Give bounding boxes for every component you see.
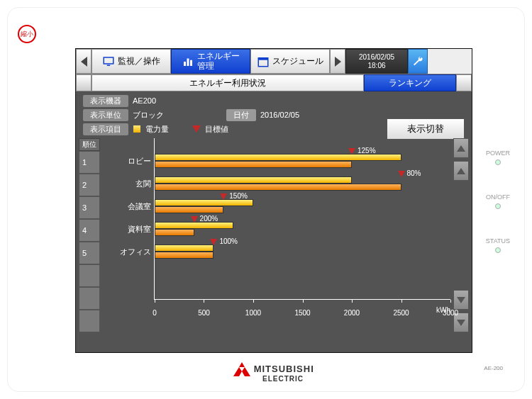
date-label: 日付 bbox=[226, 109, 256, 121]
mitsubishi-icon bbox=[233, 362, 250, 376]
brand-name-2: ELECTRIC bbox=[94, 375, 472, 383]
category-label: ロビー bbox=[100, 150, 154, 172]
tab-schedule-label: スケジュール bbox=[272, 55, 323, 67]
tab-energy[interactable]: エネルギー管理 bbox=[171, 49, 250, 74]
tab-monitor[interactable]: 監視／操作 bbox=[92, 49, 171, 74]
category-label bbox=[100, 263, 154, 286]
power-bar bbox=[155, 176, 352, 184]
sub-nav: エネルギー利用状況 ランキング bbox=[76, 74, 472, 91]
subtab-ranking[interactable]: ランキング bbox=[364, 74, 456, 91]
clock: 2016/02/05 18:06 bbox=[345, 49, 408, 74]
device-label: 表示機器 bbox=[83, 95, 128, 107]
bar-row: 150% bbox=[155, 195, 450, 218]
target-bar bbox=[155, 161, 352, 168]
rank-cell: 2 bbox=[79, 174, 100, 196]
bar-row: 125% bbox=[155, 150, 450, 172]
subtab-usage-label: エネルギー利用状況 bbox=[189, 77, 266, 89]
wrench-icon bbox=[412, 56, 423, 67]
rank-cell: 5 bbox=[79, 242, 100, 264]
svg-rect-1 bbox=[107, 64, 111, 66]
settings-button[interactable] bbox=[408, 49, 428, 74]
monitor-icon bbox=[102, 55, 115, 68]
subnav-prev-button[interactable] bbox=[76, 74, 92, 91]
tab-schedule[interactable]: スケジュール bbox=[250, 49, 330, 74]
plot-area: 050010001500200025003000125%80%150%200%1… bbox=[154, 138, 450, 325]
svg-rect-4 bbox=[190, 60, 192, 65]
rank-header: 順位 bbox=[79, 138, 100, 151]
percent-label: 125% bbox=[358, 147, 376, 154]
unit-value: ブロック bbox=[133, 110, 175, 120]
shrink-button[interactable]: 縮小 bbox=[18, 25, 36, 43]
brand-name-1: MITSUBISHI bbox=[254, 364, 314, 374]
double-chevron-down-icon bbox=[457, 320, 465, 326]
subnav-next-button[interactable] bbox=[456, 74, 472, 91]
power-bar bbox=[155, 154, 401, 161]
model-label: AE-200 bbox=[484, 365, 503, 371]
percent-label: 150% bbox=[229, 192, 248, 200]
scroll-top-button[interactable] bbox=[453, 138, 469, 158]
chevron-down-icon bbox=[457, 297, 465, 303]
svg-rect-2 bbox=[184, 62, 186, 66]
tab-energy-label1: エネルギー bbox=[197, 51, 240, 61]
status-leds: POWER ON/OFF STATUS bbox=[486, 150, 510, 281]
target-marker-icon bbox=[398, 171, 405, 177]
rank-cell bbox=[79, 310, 100, 332]
display-toggle-button[interactable]: 表示切替 bbox=[387, 118, 465, 140]
svg-rect-6 bbox=[258, 57, 268, 60]
device-value: AE200 bbox=[133, 96, 175, 105]
bar-chart-icon bbox=[182, 55, 194, 68]
onoff-label: ON/OFF bbox=[486, 193, 510, 201]
category-label: 玄関 bbox=[100, 172, 154, 195]
power-bar bbox=[155, 199, 253, 206]
target-bar bbox=[155, 229, 194, 236]
power-bar bbox=[155, 245, 214, 252]
category-label: オフィス bbox=[100, 240, 154, 263]
tab-monitor-label: 監視／操作 bbox=[118, 55, 160, 67]
rank-cell: 3 bbox=[79, 196, 100, 219]
rank-cell bbox=[79, 287, 100, 310]
category-label: 資料室 bbox=[100, 218, 154, 240]
item-label: 表示項目 bbox=[83, 123, 128, 135]
rank-cell bbox=[79, 264, 100, 287]
tab-energy-label2: 管理 bbox=[197, 61, 214, 71]
target-marker-icon bbox=[348, 148, 355, 154]
target-marker-icon bbox=[210, 239, 217, 245]
percent-label: 200% bbox=[200, 215, 218, 223]
subtab-usage[interactable]: エネルギー利用状況 bbox=[92, 74, 364, 91]
svg-rect-3 bbox=[187, 58, 189, 66]
nav-next-button[interactable] bbox=[330, 49, 345, 74]
clock-date: 2016/02/05 bbox=[346, 53, 407, 62]
double-chevron-up-icon bbox=[457, 145, 465, 152]
status-label: STATUS bbox=[486, 237, 510, 245]
display-toggle-label: 表示切替 bbox=[407, 123, 444, 135]
scroll-up-button[interactable] bbox=[453, 161, 469, 181]
target-marker-icon bbox=[191, 216, 198, 223]
scroll-down-button[interactable] bbox=[453, 290, 469, 310]
date-value: 2016/02/05 bbox=[260, 111, 303, 119]
clock-time: 18:06 bbox=[346, 62, 407, 70]
subtab-ranking-label: ランキング bbox=[389, 77, 431, 89]
bar-row: 80% bbox=[155, 172, 450, 195]
rank-cell: 4 bbox=[79, 219, 100, 242]
bar-row: 100% bbox=[155, 240, 450, 263]
calendar-icon bbox=[257, 55, 270, 68]
legend-target-icon bbox=[192, 125, 201, 133]
target-bar bbox=[155, 184, 401, 191]
axis-unit: kWh bbox=[436, 306, 450, 314]
unit-label: 表示単位 bbox=[83, 109, 128, 121]
chevron-right-icon bbox=[335, 57, 341, 67]
percent-label: 100% bbox=[219, 237, 238, 245]
nav-prev-button[interactable] bbox=[76, 49, 92, 74]
info-panel: 表示機器 AE200 表示単位 ブロック 日付 2016/02/05 表示項目 … bbox=[76, 91, 472, 138]
brand-logo: MITSUBISHI ELECTRIC bbox=[75, 362, 472, 383]
chart: 順位 12345 ロビー玄関会議室資料室オフィス 050010001500200… bbox=[76, 138, 472, 332]
legend-target-label: 目標値 bbox=[205, 124, 248, 135]
category-label bbox=[100, 308, 154, 331]
svg-rect-0 bbox=[104, 57, 113, 64]
category-label: 会議室 bbox=[100, 195, 154, 218]
bar-row: 200% bbox=[155, 218, 450, 240]
power-label: POWER bbox=[486, 150, 510, 157]
legend-power-label: 電力量 bbox=[145, 124, 188, 135]
rank-column: 順位 12345 bbox=[79, 138, 100, 332]
target-bar bbox=[155, 206, 223, 213]
